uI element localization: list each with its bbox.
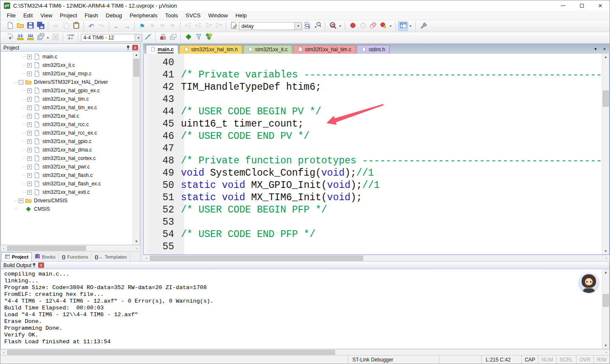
editor-tab-stdint-h[interactable]: stdint.h <box>357 45 390 54</box>
tab-close-icon[interactable]: ✕ <box>601 45 608 53</box>
scroll-left-icon[interactable]: ‹ <box>143 255 150 261</box>
scroll-down-icon[interactable]: ▼ <box>602 342 609 349</box>
save-button[interactable] <box>25 22 35 31</box>
expand-toggle-icon[interactable]: + <box>27 148 32 152</box>
menu-tools[interactable]: Tools <box>161 11 182 19</box>
manage-rte-wand-button[interactable] <box>143 33 152 42</box>
tree-item-stm32f1xx-hal-gpio-ex-c[interactable]: +stm32f1xx_hal_gpio_ex.c <box>1 86 133 95</box>
tree-item-main-c[interactable]: +main.c <box>1 52 133 61</box>
tree-item-stm32f1xx-hal-tim-c[interactable]: +stm32f1xx_hal_tim.c <box>1 95 133 103</box>
menu-window[interactable]: Window <box>204 11 231 19</box>
manage-rte-button[interactable] <box>183 33 193 42</box>
tree-item-stm32f1xx-hal-flash-ex-c[interactable]: +stm32f1xx_hal_flash_ex.c <box>1 179 133 188</box>
minimize-button[interactable] <box>554 0 572 11</box>
tree-item-stm32f1xx-hal-rcc-ex-c[interactable]: +stm32f1xx_hal_rcc_ex.c <box>1 129 133 137</box>
menu-view[interactable]: View <box>36 11 56 19</box>
tree-item-stm32f1xx-hal-pwr-c[interactable]: +stm32f1xx_hal_pwr.c <box>1 163 133 171</box>
scroll-up-icon[interactable]: ▲ <box>133 52 140 58</box>
expand-toggle-icon[interactable]: - <box>19 80 23 85</box>
tree-item-stm32f1xx-hal-tim-ex-c[interactable]: +stm32f1xx_hal_tim_ex.c <box>1 103 133 112</box>
expand-toggle-icon[interactable]: + <box>27 63 32 68</box>
tree-item-stm32f1xx-hal-exti-c[interactable]: +stm32f1xx_hal_exti.c <box>1 188 133 196</box>
expand-toggle-icon[interactable]: + <box>27 55 32 59</box>
tree-item-stm32f1xx-hal-cortex-c[interactable]: +stm32f1xx_hal_cortex.c <box>1 154 133 163</box>
scroll-right-icon[interactable]: › <box>603 350 610 355</box>
menu-project[interactable]: Project <box>56 11 80 19</box>
pack-installer-button[interactable] <box>204 33 214 42</box>
pin-icon[interactable] <box>31 262 37 268</box>
search-dropdown-icon[interactable]: ▾ <box>338 24 342 28</box>
panel-tab-functions[interactable]: {}Functions <box>59 252 92 261</box>
menu-edit[interactable]: Edit <box>19 11 36 19</box>
expand-toggle-icon[interactable]: + <box>27 105 32 110</box>
expand-toggle-icon[interactable]: + <box>27 88 32 93</box>
build-output-vscrollbar[interactable]: ▲ ▼ <box>602 269 609 349</box>
target-combo-value[interactable]: 4-4 TIM6 - 12 <box>81 34 135 42</box>
debug-windows-dropdown-icon[interactable]: ▾ <box>408 24 413 28</box>
assistant-avatar[interactable] <box>579 273 599 293</box>
expand-toggle-icon[interactable]: + <box>27 114 32 119</box>
download-button[interactable]: LOAD <box>66 33 75 42</box>
editor-tab-stm32f1xx-hal-tim-h[interactable]: stm32f1xx_hal_tim.h <box>179 45 242 54</box>
search-button[interactable]: @ <box>328 22 338 31</box>
expand-toggle-icon[interactable]: + <box>19 199 23 203</box>
expand-toggle-icon[interactable]: + <box>27 72 32 76</box>
scroll-up-icon[interactable]: ▲ <box>602 54 609 60</box>
menu-file[interactable]: File <box>3 11 19 19</box>
tree-item-drivers-stm32f1xx-hal-driver[interactable]: -Drivers/STM32F1xx_HAL_Driver <box>1 78 133 86</box>
configure-button[interactable] <box>418 22 428 31</box>
tree-item-stm32f1xx-hal-rcc-c[interactable]: +stm32f1xx_hal_rcc.c <box>1 120 133 129</box>
expand-toggle-icon[interactable]: + <box>27 131 32 135</box>
rebuild-button[interactable] <box>25 33 35 42</box>
navigate-back-button[interactable]: ← <box>112 22 122 31</box>
menu-help[interactable]: Help <box>232 11 251 19</box>
panel-tab-templates[interactable]: {}→Templates <box>92 252 130 261</box>
expand-toggle-icon[interactable]: + <box>27 190 32 195</box>
editor-vscrollbar[interactable]: ▲ ▼ <box>602 54 609 254</box>
pin-icon[interactable] <box>125 45 131 50</box>
edit-settings-button[interactable] <box>229 22 238 31</box>
tree-item-stm32f1xx-hal-msp-c[interactable]: +stm32f1xx_hal_msp.c <box>1 69 133 78</box>
project-tree-hscrollbar[interactable]: ‹ › <box>0 245 140 251</box>
build-button[interactable] <box>15 33 25 42</box>
insert-bookmark-button[interactable]: ⚑ <box>137 22 147 31</box>
code-editor[interactable]: 4041/* Private variables ---------------… <box>144 54 602 254</box>
disable-breakpoint-button[interactable] <box>358 22 368 31</box>
editor-hscrollbar[interactable]: ‹ › <box>143 255 610 261</box>
scroll-left-icon[interactable]: ‹ <box>0 245 7 251</box>
find-combo-dropdown-icon[interactable]: ▾ <box>295 22 302 30</box>
editor-tab-stm32f1xx-it-c[interactable]: stm32f1xx_it.c <box>243 45 292 54</box>
scroll-up-icon[interactable]: ▲ <box>602 269 609 276</box>
tree-item-stm32f1xx-hal-c[interactable]: +stm32f1xx_hal.c <box>1 112 133 120</box>
build-output-log[interactable]: compiling main.c...linking...Program Siz… <box>1 269 602 349</box>
find-combo-combo[interactable]: delay▾ <box>239 22 302 30</box>
toggle-breakpoint-button[interactable] <box>348 22 358 31</box>
paste-button[interactable] <box>71 22 81 31</box>
menu-flash[interactable]: Flash <box>81 11 102 19</box>
menu-debug[interactable]: Debug <box>102 11 126 19</box>
target-combo-combo[interactable]: 4-4 TIM6 - 12▾ <box>81 34 142 42</box>
find-combo-value[interactable]: delay <box>239 22 295 30</box>
expand-toggle-icon[interactable]: + <box>27 182 32 186</box>
translate-button[interactable] <box>5 33 15 42</box>
kill-all-breakpoints-button[interactable] <box>378 22 388 31</box>
menu-peripherals[interactable]: Peripherals <box>126 11 161 19</box>
scroll-right-icon[interactable]: › <box>603 255 610 261</box>
tree-item-stm32f1xx-hal-flash-c[interactable]: +stm32f1xx_hal_flash.c <box>1 171 133 179</box>
incremental-find-button[interactable] <box>313 22 322 31</box>
build-output-hscrollbar[interactable]: ‹ › <box>0 349 610 355</box>
select-software-packs-button[interactable] <box>194 33 203 42</box>
scroll-down-icon[interactable]: ▼ <box>133 238 140 245</box>
new-file-button[interactable] <box>5 22 15 31</box>
tree-item-stm32f1xx-hal-gpio-c[interactable]: +stm32f1xx_hal_gpio.c <box>1 137 133 146</box>
build-output-close-icon[interactable]: x <box>38 262 44 268</box>
scroll-right-icon[interactable]: › <box>134 245 140 251</box>
tree-item-cmsis[interactable]: CMSIS <box>1 205 133 213</box>
maximize-button[interactable] <box>572 0 591 11</box>
editor-tab-main-c[interactable]: main.c <box>146 45 178 54</box>
expand-toggle-icon[interactable]: + <box>27 97 32 102</box>
expand-toggle-icon[interactable]: + <box>27 165 32 169</box>
expand-toggle-icon[interactable]: + <box>27 139 32 144</box>
target-combo-dropdown-icon[interactable]: ▾ <box>135 34 142 42</box>
options-for-target-button[interactable] <box>158 33 168 42</box>
